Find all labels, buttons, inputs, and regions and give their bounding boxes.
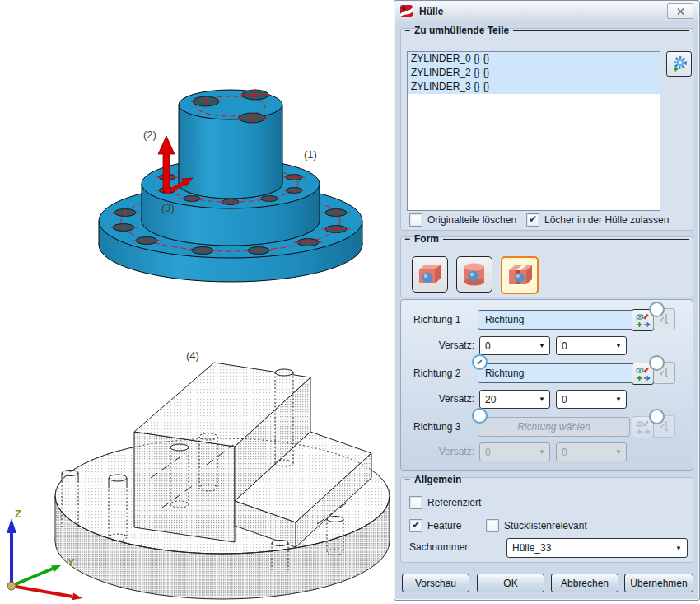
hull-stepped-option[interactable] <box>501 256 539 294</box>
item-number-label: Sachnummer: <box>409 541 471 553</box>
versatz-3-label: Versatz: <box>413 446 474 457</box>
direction-1-tool-toggle[interactable] <box>649 302 665 317</box>
direction-3-field: Richtung wählen <box>478 417 630 437</box>
hull-box-icon <box>417 262 443 287</box>
chevron-down-icon: ▼ <box>539 342 549 349</box>
versatz-2-label: Versatz: <box>413 393 474 405</box>
check-icon: ✔ <box>476 358 483 367</box>
versatz-2a-dropdown[interactable]: 20▼ <box>479 390 550 409</box>
delete-originals-checkbox[interactable]: ✔ Originalteile löschen <box>409 213 516 227</box>
versatz-1-label: Versatz: <box>413 339 474 351</box>
dialog-title: Hülle <box>419 6 443 17</box>
form-group-title: Form <box>414 233 439 245</box>
list-item[interactable]: ZYLINDER_3 {} {} <box>408 80 660 94</box>
direction-3-tool-toggle[interactable] <box>649 409 665 424</box>
collapse-icon[interactable]: − <box>404 26 410 35</box>
parts-listbox[interactable]: ZYLINDER_0 {} {} ZYLINDER_2 {} {} ZYLIND… <box>407 51 660 211</box>
hull-box-option[interactable] <box>412 256 448 293</box>
hull-cylinder-option[interactable] <box>456 256 492 293</box>
x-axis-arrow <box>72 593 82 601</box>
collapse-icon[interactable]: − <box>404 235 410 243</box>
parts-group-title: Zu umhüllende Teile <box>414 25 509 36</box>
close-button[interactable] <box>667 3 693 19</box>
y-axis-arrow <box>51 565 61 572</box>
checkbox-box[interactable]: ✔ <box>486 519 499 532</box>
referenced-checkbox[interactable]: ✔ Referenziert <box>409 496 481 509</box>
collapse-icon[interactable]: − <box>404 475 410 484</box>
huelle-dialog: Hülle − Zu umhüllende Teile ZYLINDER_0 {… <box>394 0 700 601</box>
direction-2-toggle[interactable]: ✔ <box>472 354 488 370</box>
check-icon: ✔ <box>529 215 537 223</box>
direction-2-tool-toggle[interactable] <box>649 355 665 371</box>
annotation-4: (4) <box>186 349 199 362</box>
hull-cylinder-icon <box>461 262 488 287</box>
general-group: − Allgemein ✔ Referenziert ✔ Feature ✔ S… <box>400 477 693 563</box>
blue-part-drawing <box>49 70 395 293</box>
hull-stepped-icon <box>506 263 533 288</box>
versatz-2b-dropdown[interactable]: 0▼ <box>556 390 627 409</box>
list-item[interactable]: ZYLINDER_0 {} {} <box>408 52 660 66</box>
y-axis-label: Y <box>68 556 75 569</box>
parts-group: − Zu umhüllende Teile ZYLINDER_0 {} {} Z… <box>400 28 693 231</box>
direction-3-label: Richtung 3 <box>413 421 460 433</box>
referenced-label: Referenziert <box>427 497 481 508</box>
dialog-titlebar[interactable]: Hülle <box>395 2 698 21</box>
chevron-down-icon: ▼ <box>539 396 549 403</box>
select-parts-button[interactable] <box>666 51 692 77</box>
checkbox-box[interactable]: ✔ <box>526 213 539 227</box>
allow-holes-label: Löcher in der Hülle zulassen <box>544 214 669 226</box>
gear-add-icon <box>670 55 688 73</box>
checkbox-box[interactable]: ✔ <box>409 496 422 509</box>
feature-label: Feature <box>427 520 461 531</box>
annotation-2: (2) <box>143 129 156 141</box>
z-axis-label: Z <box>15 508 21 520</box>
list-item[interactable]: ZYLINDER_2 {} {} <box>408 66 660 80</box>
versatz-1a-dropdown[interactable]: 0▼ <box>479 336 550 355</box>
chevron-down-icon: ▼ <box>615 396 626 403</box>
direction-panel: Richtung 1 Richtung Versatz: 0▼ 0▼ Richt… <box>400 299 693 471</box>
checkbox-box[interactable]: ✔ <box>409 213 422 227</box>
direction-3-toggle[interactable]: ✔ <box>472 408 488 424</box>
versatz-3b-dropdown: 0▼ <box>556 442 627 461</box>
abbrechen-button[interactable]: Abbrechen <box>551 574 618 592</box>
allow-holes-checkbox[interactable]: ✔ Löcher in der Hülle zulassen <box>526 213 669 227</box>
direction-1-label: Richtung 1 <box>413 314 460 325</box>
direction-pick-icon <box>636 420 651 435</box>
form-group: − Form <box>400 236 693 297</box>
checkbox-box[interactable]: ✔ <box>409 519 422 532</box>
annotation-1: (1) <box>304 148 317 161</box>
hicad-logo-icon <box>400 5 413 17</box>
direction-pick-icon <box>636 367 651 382</box>
direction-1-field[interactable]: Richtung <box>478 310 637 330</box>
annotation-3: (3) <box>161 202 175 214</box>
z-axis-arrow <box>7 518 16 533</box>
chevron-down-icon: ▼ <box>539 448 549 456</box>
chevron-down-icon: ▼ <box>675 545 687 552</box>
uebernehmen-button[interactable]: Übernehmen <box>624 574 693 592</box>
close-icon <box>677 8 684 15</box>
chevron-down-icon: ▼ <box>615 342 626 349</box>
bom-relevant-label: Stücklistenrelevant <box>504 520 587 531</box>
direction-pick-icon <box>636 313 651 328</box>
cad-viewport: Z Y (1) (2) (3) (4) <box>0 0 394 604</box>
bom-relevant-checkbox[interactable]: ✔ Stücklistenrelevant <box>486 519 587 532</box>
origin-sphere <box>7 582 16 590</box>
chevron-down-icon: ▼ <box>615 448 626 456</box>
general-group-title: Allgemein <box>414 474 461 485</box>
direction-2-field[interactable]: Richtung <box>478 363 637 383</box>
item-number-dropdown[interactable]: Hülle_33 ▼ <box>506 538 688 558</box>
vorschau-button[interactable]: Vorschau <box>402 574 469 592</box>
delete-originals-label: Originalteile löschen <box>427 214 516 226</box>
check-icon: ✔ <box>412 521 420 529</box>
versatz-3a-dropdown: 0▼ <box>479 442 550 461</box>
direction-2-label: Richtung 2 <box>413 368 460 379</box>
ok-button[interactable]: OK <box>477 574 544 592</box>
feature-checkbox[interactable]: ✔ Feature <box>409 519 461 532</box>
versatz-1b-dropdown[interactable]: 0▼ <box>556 336 627 355</box>
